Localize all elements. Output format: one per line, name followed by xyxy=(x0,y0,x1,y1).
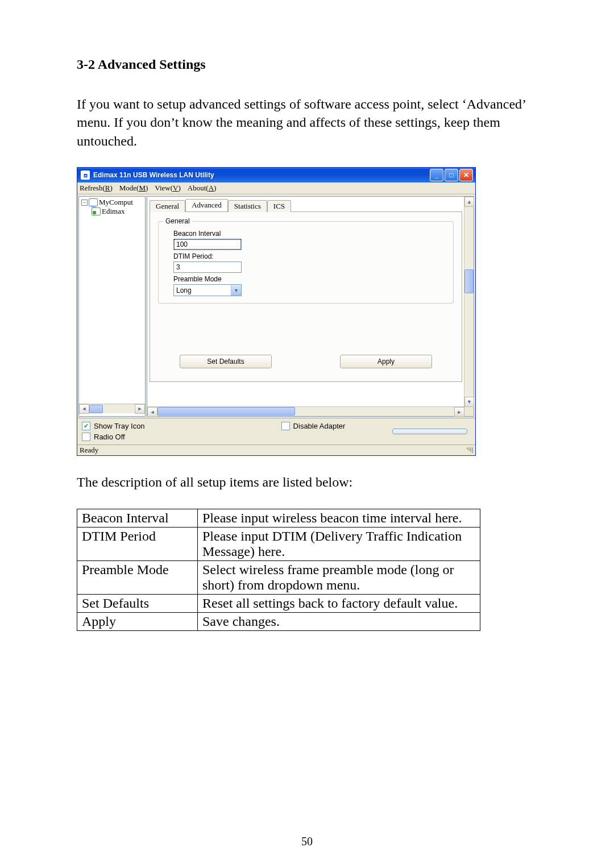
maximize-button[interactable]: □ xyxy=(445,169,458,181)
content-vscroll-thumb[interactable] xyxy=(464,269,474,293)
button-row: Set Defaults Apply xyxy=(158,355,454,368)
status-text: Ready xyxy=(80,446,98,455)
content-scroll-left-icon[interactable]: ◄ xyxy=(147,407,157,417)
show-tray-checkbox[interactable]: ✔ Show Tray Icon xyxy=(82,422,145,430)
minimize-button[interactable]: _ xyxy=(430,169,443,181)
close-icon: ✕ xyxy=(463,171,469,179)
disable-adapter-checkbox[interactable]: Disable Adapter xyxy=(281,422,346,430)
post-paragraph: The description of all setup items are l… xyxy=(77,473,537,491)
groupbox-general: General Beacon Interval DTIM Period: Pre… xyxy=(158,221,454,304)
scroll-left-icon[interactable]: ◄ xyxy=(79,404,89,414)
tree-h-scrollbar[interactable]: ◄ ► xyxy=(79,404,145,413)
scroll-right-icon[interactable]: ► xyxy=(135,404,145,414)
signal-bar xyxy=(392,429,467,434)
tab-strip: General Advanced Statistics ICS xyxy=(150,199,462,211)
table-row: DTIM Period Please input DTIM (Delivery … xyxy=(77,527,480,560)
checkbox-unchecked-icon xyxy=(281,422,290,430)
document-page: 3-2 Advanced Settings If you want to set… xyxy=(0,0,614,868)
resize-grip-icon[interactable] xyxy=(467,447,473,453)
cell-desc: Please input wireless beacon time interv… xyxy=(198,509,480,527)
computer-icon xyxy=(89,198,98,206)
minimize-icon: _ xyxy=(435,171,439,179)
bottom-panel: ✔ Show Tray Icon Radio Off Disable Adapt… xyxy=(77,418,475,445)
content-hscroll-track[interactable] xyxy=(157,407,454,416)
apply-button[interactable]: Apply xyxy=(340,355,432,368)
tree-collapse-icon[interactable]: − xyxy=(81,200,88,206)
table-row: Preamble Mode Select wireless frame prea… xyxy=(77,560,480,594)
menu-view[interactable]: View(V) xyxy=(155,184,180,193)
radio-off-label: Radio Off xyxy=(94,433,125,441)
table-row: Set Defaults Reset all settings back to … xyxy=(77,594,480,612)
right-check-column: Disable Adapter xyxy=(281,422,346,430)
table-row: Apply Save changes. xyxy=(77,612,480,630)
titlebar-buttons: _ □ ✕ xyxy=(430,169,473,181)
scroll-up-icon[interactable]: ▲ xyxy=(464,197,474,207)
show-tray-label: Show Tray Icon xyxy=(94,422,145,430)
tree-scroll-track[interactable] xyxy=(89,405,135,413)
tab-statistics[interactable]: Statistics xyxy=(228,200,267,212)
left-check-column: ✔ Show Tray Icon Radio Off xyxy=(82,422,145,441)
cell-name: DTIM Period xyxy=(77,527,198,560)
menu-about[interactable]: About(A) xyxy=(188,184,217,193)
tree-children: Edimax xyxy=(81,207,144,216)
tree-child-row[interactable]: Edimax xyxy=(92,207,144,216)
app-icon: ⧈ xyxy=(81,171,90,180)
cell-desc: Save changes. xyxy=(198,612,480,630)
cell-desc: Select wireless frame preamble mode (lon… xyxy=(198,560,480,594)
radio-off-checkbox[interactable]: Radio Off xyxy=(82,433,145,441)
menu-mode[interactable]: Mode(M) xyxy=(119,184,148,193)
close-button[interactable]: ✕ xyxy=(459,169,473,181)
tree-root-row[interactable]: − MyComput xyxy=(81,198,144,207)
tab-ics[interactable]: ICS xyxy=(267,200,291,212)
menu-bar: Refresh(R) Mode(M) View(V) About(A) xyxy=(77,182,475,194)
groupbox-legend: General xyxy=(163,217,192,225)
window-title: Edimax 11n USB Wireless LAN Utility xyxy=(93,171,430,179)
chevron-down-icon[interactable]: ▾ xyxy=(231,285,241,296)
cell-name: Preamble Mode xyxy=(77,560,198,594)
beacon-label: Beacon Interval xyxy=(173,230,446,238)
tree-inner: − MyComput Edimax xyxy=(79,197,145,404)
tree-root-label: MyComput xyxy=(99,198,133,207)
disable-adapter-label: Disable Adapter xyxy=(293,422,346,430)
content-pane: General Advanced Statistics ICS General … xyxy=(147,196,474,417)
maximize-icon: □ xyxy=(449,171,453,179)
client-area: − MyComput Edimax ◄ xyxy=(77,194,475,418)
content-v-scrollbar[interactable]: ▲ ▼ xyxy=(464,197,474,407)
tab-advanced[interactable]: Advanced xyxy=(185,199,228,211)
adapter-icon xyxy=(92,207,101,215)
content-h-scrollbar[interactable]: ◄ ► xyxy=(147,406,464,416)
checkbox-checked-icon: ✔ xyxy=(82,422,90,430)
tab-general[interactable]: General xyxy=(150,200,185,212)
cell-name: Apply xyxy=(77,612,198,630)
cell-desc: Reset all settings back to factory defau… xyxy=(198,594,480,612)
intro-paragraph: If you want to setup advanced settings o… xyxy=(77,95,537,150)
preamble-label: Preamble Mode xyxy=(173,275,446,283)
tree-pane: − MyComput Edimax ◄ xyxy=(78,196,146,417)
beacon-interval-input[interactable] xyxy=(173,239,242,250)
dtim-period-input[interactable] xyxy=(173,261,242,273)
app-window: ⧈ Edimax 11n USB Wireless LAN Utility _ … xyxy=(77,167,476,456)
cell-desc: Please input DTIM (Delivery Traffic Indi… xyxy=(198,527,480,560)
scroll-down-icon[interactable]: ▼ xyxy=(464,397,474,407)
page-number: 50 xyxy=(0,835,614,848)
checkbox-unchecked-icon xyxy=(82,433,90,441)
status-bar: Ready xyxy=(77,445,475,455)
tab-body: General Beacon Interval DTIM Period: Pre… xyxy=(150,211,462,382)
title-bar[interactable]: ⧈ Edimax 11n USB Wireless LAN Utility _ … xyxy=(77,168,475,182)
table-row: Beacon Interval Please input wireless be… xyxy=(77,509,480,527)
preamble-mode-value: Long xyxy=(174,286,194,294)
preamble-mode-select[interactable]: Long ▾ xyxy=(173,284,242,296)
tree-scroll-thumb[interactable] xyxy=(89,405,103,413)
content-vscroll-track[interactable] xyxy=(464,207,474,397)
section-heading: 3-2 Advanced Settings xyxy=(77,57,537,72)
cell-name: Beacon Interval xyxy=(77,509,198,527)
content-scroll-right-icon[interactable]: ► xyxy=(454,407,464,417)
menu-refresh[interactable]: Refresh(R) xyxy=(80,184,113,193)
set-defaults-button[interactable]: Set Defaults xyxy=(180,355,272,368)
scrollbar-corner xyxy=(464,407,474,416)
content-hscroll-thumb[interactable] xyxy=(157,407,295,416)
tab-area: General Advanced Statistics ICS General … xyxy=(147,197,474,416)
dtim-label: DTIM Period: xyxy=(173,252,446,260)
description-table: Beacon Interval Please input wireless be… xyxy=(77,509,480,631)
tree-child-label: Edimax xyxy=(102,207,125,216)
